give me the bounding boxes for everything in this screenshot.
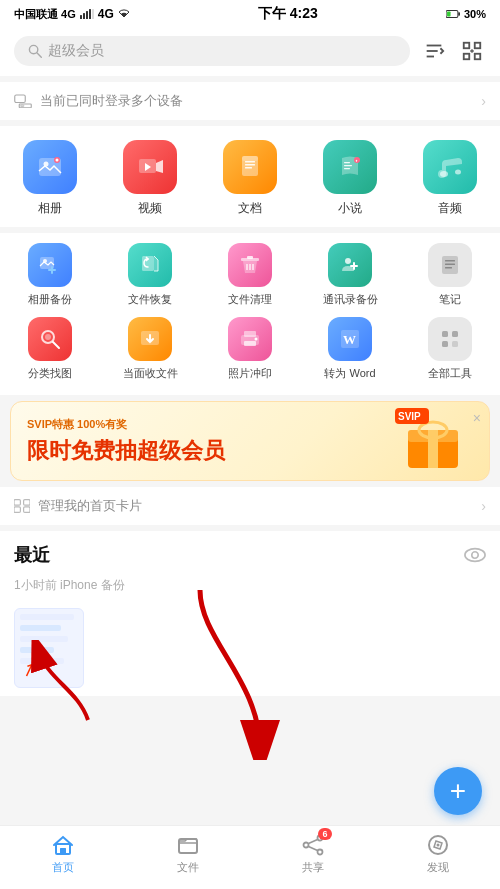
- tab-discover-label: 发现: [427, 860, 449, 875]
- recent-thumb: ↗: [14, 608, 84, 688]
- scan-icon[interactable]: [458, 37, 486, 65]
- tab-files-label: 文件: [177, 860, 199, 875]
- current-file-label: 当面收文件: [123, 366, 178, 381]
- notes-icon: [428, 243, 472, 287]
- tab-bar: 首页 文件 6 共享: [0, 825, 500, 889]
- main-icon-audio[interactable]: 音频: [410, 140, 490, 217]
- tab-files[interactable]: 文件: [148, 832, 228, 875]
- svg-rect-4: [92, 9, 94, 19]
- svg-rect-14: [475, 43, 481, 49]
- svg-rect-65: [452, 331, 458, 337]
- svg-line-55: [53, 342, 59, 348]
- svg-rect-19: [15, 95, 26, 103]
- manage-cards[interactable]: 管理我的首页卡片 ›: [0, 487, 500, 525]
- sec-icon-classify-find[interactable]: 分类找图: [0, 317, 100, 381]
- svg-marker-27: [156, 160, 163, 173]
- signal-icon: [80, 9, 94, 19]
- sec-icon-to-word[interactable]: W 转为 Word: [300, 317, 400, 381]
- svg-rect-77: [24, 507, 30, 513]
- tab-home[interactable]: 首页: [23, 832, 103, 875]
- manage-icon: [14, 499, 30, 513]
- svg-rect-75: [24, 500, 30, 506]
- file-clean-label: 文件清理: [228, 292, 272, 307]
- svg-point-61: [255, 338, 258, 341]
- sort-icon[interactable]: [420, 37, 448, 65]
- svg-rect-21: [21, 105, 24, 107]
- device-notice[interactable]: 当前已同时登录多个设备 ›: [0, 82, 500, 120]
- svg-rect-81: [60, 848, 66, 854]
- album-label: 相册: [38, 200, 62, 217]
- device-icon: [14, 94, 32, 108]
- banner-svip-graphic: SVIP: [393, 404, 473, 478]
- svg-point-49: [345, 258, 351, 264]
- svg-rect-7: [447, 12, 451, 17]
- sec-icon-file-clean[interactable]: 文件清理: [200, 243, 300, 307]
- recent-section: 最近 1小时前 iPhone 备份 ↗: [0, 531, 500, 696]
- tab-discover[interactable]: 发现: [398, 832, 478, 875]
- file-recover-label: 文件恢复: [128, 292, 172, 307]
- device-notice-chevron: ›: [481, 93, 486, 109]
- search-bar: 超级会员: [0, 28, 500, 76]
- add-fab-icon: +: [450, 777, 466, 805]
- main-icon-novel[interactable]: ♦ 小说: [310, 140, 390, 217]
- sec-icon-current-file[interactable]: 当面收文件: [100, 317, 200, 381]
- 4g-icon: 4G: [98, 7, 114, 21]
- search-placeholder-text: 超级会员: [48, 42, 104, 60]
- svg-rect-45: [247, 256, 253, 259]
- svg-point-85: [317, 850, 322, 855]
- photo-print-icon: [228, 317, 272, 361]
- search-icon: [28, 44, 42, 58]
- banner-close-button[interactable]: ×: [473, 410, 481, 426]
- svg-rect-66: [442, 341, 448, 347]
- wifi-icon: [118, 9, 130, 19]
- svg-point-83: [303, 843, 308, 848]
- svg-rect-64: [442, 331, 448, 337]
- main-icon-album[interactable]: 相册: [10, 140, 90, 217]
- svg-rect-3: [89, 9, 91, 19]
- search-input-wrap[interactable]: 超级会员: [14, 36, 410, 66]
- video-label: 视频: [138, 200, 162, 217]
- sec-icon-contacts-backup[interactable]: 通讯录备份: [300, 243, 400, 307]
- eye-icon[interactable]: [464, 547, 486, 563]
- recent-header: 最近: [14, 543, 486, 567]
- sec-icon-all-tools[interactable]: 全部工具: [400, 317, 500, 381]
- device-notice-text: 当前已同时登录多个设备: [40, 92, 183, 110]
- svg-point-39: [440, 171, 448, 177]
- svg-point-56: [45, 334, 51, 340]
- svg-line-86: [308, 840, 317, 844]
- main-icon-video[interactable]: 视频: [110, 140, 190, 217]
- svg-rect-30: [245, 161, 255, 163]
- svg-point-78: [465, 549, 485, 562]
- share-badge: 6: [318, 828, 331, 840]
- recent-time-label: 1小时前 iPhone 备份: [14, 577, 486, 594]
- novel-icon-bg: ♦: [323, 140, 377, 194]
- svg-rect-60: [244, 341, 256, 346]
- svg-rect-1: [83, 13, 85, 19]
- docs-icon-bg: [223, 140, 277, 194]
- svg-point-25: [56, 159, 59, 162]
- recent-title: 最近: [14, 543, 50, 567]
- recent-item[interactable]: ↗: [14, 600, 486, 696]
- sec-icon-notes[interactable]: 笔记: [400, 243, 500, 307]
- classify-find-label: 分类找图: [28, 366, 72, 381]
- add-fab[interactable]: +: [434, 767, 482, 815]
- svg-rect-59: [244, 331, 256, 337]
- svg-rect-35: [344, 165, 352, 166]
- audio-icon: [436, 153, 464, 181]
- svg-rect-2: [86, 11, 88, 19]
- sec-icon-photo-print[interactable]: 照片冲印: [200, 317, 300, 381]
- files-icon: [175, 832, 201, 858]
- svg-point-8: [29, 45, 37, 53]
- main-icon-docs[interactable]: 文档: [210, 140, 290, 217]
- svg-rect-34: [344, 162, 350, 163]
- home-icon: [50, 832, 76, 858]
- sec-icon-album-backup[interactable]: 相册备份: [0, 243, 100, 307]
- album-backup-label: 相册备份: [28, 292, 72, 307]
- promo-banner[interactable]: SVIP特惠 100%有奖 限时免费抽超级会员 × SVIP: [10, 401, 490, 481]
- album-icon-bg: [23, 140, 77, 194]
- docs-label: 文档: [238, 200, 262, 217]
- sec-icon-file-recover[interactable]: 文件恢复: [100, 243, 200, 307]
- svg-rect-15: [464, 54, 470, 60]
- tab-share[interactable]: 6 共享: [273, 832, 353, 875]
- battery-text: 30%: [464, 8, 486, 20]
